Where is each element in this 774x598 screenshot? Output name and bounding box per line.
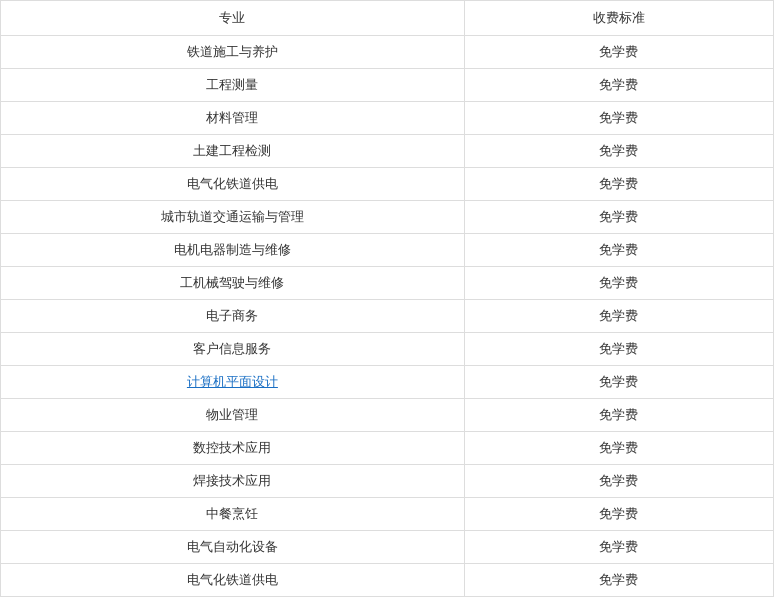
cell-major: 电气化铁道供电	[1, 168, 465, 201]
cell-major: 电气化铁道供电	[1, 564, 465, 597]
table-row: 铁道施工与养护免学费	[1, 36, 774, 69]
table-row: 电子商务免学费	[1, 300, 774, 333]
cell-major: 电子商务	[1, 300, 465, 333]
cell-fee: 免学费	[464, 498, 773, 531]
table-row: 土建工程检测免学费	[1, 135, 774, 168]
header-major: 专业	[1, 1, 465, 36]
table-row: 客户信息服务免学费	[1, 333, 774, 366]
main-container: 专业 收费标准 铁道施工与养护免学费工程测量免学费材料管理免学费土建工程检测免学…	[0, 0, 774, 598]
header-fee: 收费标准	[464, 1, 773, 36]
cell-fee: 免学费	[464, 564, 773, 597]
cell-fee: 免学费	[464, 267, 773, 300]
cell-fee: 免学费	[464, 102, 773, 135]
data-table: 专业 收费标准 铁道施工与养护免学费工程测量免学费材料管理免学费土建工程检测免学…	[0, 0, 774, 597]
cell-fee: 免学费	[464, 366, 773, 399]
cell-fee: 免学费	[464, 168, 773, 201]
cell-major: 客户信息服务	[1, 333, 465, 366]
cell-fee: 免学费	[464, 399, 773, 432]
table-row: 电气自动化设备免学费	[1, 531, 774, 564]
cell-major: 焊接技术应用	[1, 465, 465, 498]
cell-major: 物业管理	[1, 399, 465, 432]
table-row: 工程测量免学费	[1, 69, 774, 102]
cell-fee: 免学费	[464, 201, 773, 234]
cell-major: 电气自动化设备	[1, 531, 465, 564]
cell-major: 材料管理	[1, 102, 465, 135]
cell-fee: 免学费	[464, 300, 773, 333]
table-row: 数控技术应用免学费	[1, 432, 774, 465]
table-row: 材料管理免学费	[1, 102, 774, 135]
cell-fee: 免学费	[464, 465, 773, 498]
cell-fee: 免学费	[464, 333, 773, 366]
table-row: 电机电器制造与维修免学费	[1, 234, 774, 267]
cell-major: 铁道施工与养护	[1, 36, 465, 69]
table-row: 中餐烹饪免学费	[1, 498, 774, 531]
cell-major: 工机械驾驶与维修	[1, 267, 465, 300]
cell-fee: 免学费	[464, 69, 773, 102]
table-header-row: 专业 收费标准	[1, 1, 774, 36]
cell-major[interactable]: 计算机平面设计	[1, 366, 465, 399]
table-row: 电气化铁道供电免学费	[1, 564, 774, 597]
cell-major: 工程测量	[1, 69, 465, 102]
table-row: 物业管理免学费	[1, 399, 774, 432]
table-row: 焊接技术应用免学费	[1, 465, 774, 498]
table-row: 计算机平面设计免学费	[1, 366, 774, 399]
cell-major: 中餐烹饪	[1, 498, 465, 531]
cell-major: 城市轨道交通运输与管理	[1, 201, 465, 234]
cell-fee: 免学费	[464, 135, 773, 168]
cell-major: 数控技术应用	[1, 432, 465, 465]
cell-fee: 免学费	[464, 432, 773, 465]
cell-fee: 免学费	[464, 36, 773, 69]
table-row: 城市轨道交通运输与管理免学费	[1, 201, 774, 234]
cell-fee: 免学费	[464, 234, 773, 267]
table-row: 电气化铁道供电免学费	[1, 168, 774, 201]
cell-fee: 免学费	[464, 531, 773, 564]
cell-major: 电机电器制造与维修	[1, 234, 465, 267]
cell-major: 土建工程检测	[1, 135, 465, 168]
table-row: 工机械驾驶与维修免学费	[1, 267, 774, 300]
